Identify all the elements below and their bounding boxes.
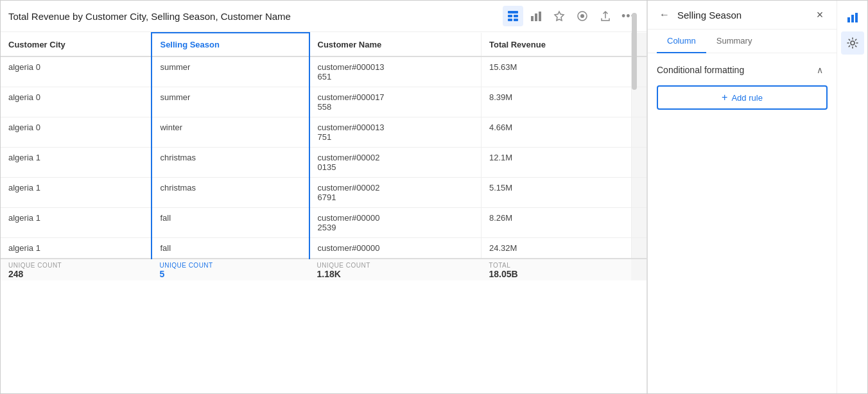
cell-customer_city: algeria 0 — [1, 117, 152, 148]
cell-selling_season: fall — [152, 238, 309, 259]
table-row: algeria 1fallcustomer#00000 25398.26M — [1, 208, 647, 238]
table-header-bar: Total Revenue by Customer City, Selling … — [1, 1, 647, 32]
cell-customer_city: algeria 1 — [1, 178, 152, 208]
cell-total_revenue: 12.1M — [482, 148, 632, 178]
table-icon — [507, 10, 519, 22]
svg-rect-4 — [514, 19, 518, 21]
table-row: algeria 0summercustomer#000013 65115.63M — [1, 56, 647, 87]
svg-rect-7 — [539, 12, 541, 21]
panel-tabs: Column Summary — [648, 30, 837, 53]
table-row: algeria 1christmascustomer#00002 013512.… — [1, 148, 647, 178]
panel-close-button[interactable]: × — [812, 7, 828, 22]
col-header-customer-name[interactable]: Customer Name — [309, 33, 482, 56]
panel-back-button[interactable]: ← — [657, 7, 672, 22]
sidebar-settings-button[interactable] — [841, 31, 864, 55]
table-footer-row: UNIQUE COUNT 248 UNIQUE COUNT 5 UNIQUE C… — [1, 259, 647, 280]
close-icon: × — [817, 8, 824, 22]
cell-selling_season: christmas — [152, 178, 309, 208]
page-title: Total Revenue by Customer City, Selling … — [8, 11, 498, 22]
svg-rect-2 — [514, 15, 518, 17]
table-view-button[interactable] — [503, 6, 523, 26]
bar-chart-icon — [530, 10, 542, 22]
svg-point-9 — [580, 14, 584, 18]
svg-rect-5 — [531, 16, 534, 21]
back-arrow-icon: ← — [659, 9, 670, 21]
sidebar-chart-icon — [846, 11, 859, 24]
cell-customer_name: customer#00002 6791 — [309, 178, 482, 208]
right-panel: ← Selling Season × Column Summary Condit… — [647, 1, 837, 393]
footer-selling-season: UNIQUE COUNT 5 — [152, 259, 309, 280]
cell-customer_city: algeria 0 — [1, 56, 152, 87]
add-rule-button[interactable]: + Add rule — [657, 85, 828, 110]
cell-customer_name: customer#000013 651 — [309, 56, 482, 87]
svg-rect-0 — [508, 11, 518, 13]
table-section: Total Revenue by Customer City, Selling … — [1, 1, 647, 393]
svg-rect-10 — [847, 17, 850, 22]
cell-customer_name: customer#000013 751 — [309, 117, 482, 148]
svg-rect-3 — [508, 19, 512, 21]
cell-selling_season: summer — [152, 87, 309, 117]
table-row: algeria 1fallcustomer#0000024.32M — [1, 238, 647, 259]
cell-total_revenue: 8.26M — [482, 208, 632, 238]
conditional-formatting-section-header: Conditional formatting ∧ — [657, 62, 828, 78]
svg-point-13 — [851, 41, 855, 45]
panel-content: Conditional formatting ∧ + Add rule — [648, 53, 837, 393]
main-table: Customer City Selling Season Customer Na… — [1, 32, 647, 280]
cell-customer_city: algeria 1 — [1, 148, 152, 178]
filter-icon — [577, 10, 588, 22]
section-collapse-button[interactable]: ∧ — [812, 62, 828, 78]
cell-customer_name: customer#00000 — [309, 238, 482, 259]
svg-rect-1 — [508, 15, 512, 17]
col-header-total-revenue[interactable]: Total Revenue — [482, 33, 632, 56]
col-header-selling-season[interactable]: Selling Season — [152, 33, 309, 56]
panel-title: Selling Season — [677, 10, 807, 21]
data-table: Customer City Selling Season Customer Na… — [1, 32, 647, 393]
cell-customer_name: customer#000017 558 — [309, 87, 482, 117]
pin-button[interactable] — [549, 6, 569, 26]
conditional-formatting-title: Conditional formatting — [657, 65, 744, 75]
svg-rect-12 — [855, 13, 858, 22]
cell-selling_season: winter — [152, 117, 309, 148]
gear-icon — [846, 37, 859, 49]
svg-rect-6 — [535, 13, 537, 21]
table-header-row: Customer City Selling Season Customer Na… — [1, 33, 647, 56]
cell-customer_city: algeria 1 — [1, 238, 152, 259]
footer-total-revenue: TOTAL 18.05B — [482, 259, 632, 280]
cell-customer_city: algeria 1 — [1, 208, 152, 238]
tab-summary[interactable]: Summary — [706, 30, 763, 53]
cell-selling_season: summer — [152, 56, 309, 87]
plus-icon: + — [722, 92, 727, 103]
cell-total_revenue: 8.39M — [482, 87, 632, 117]
cell-customer_name: customer#00000 2539 — [309, 208, 482, 238]
col-header-customer-city[interactable]: Customer City — [1, 33, 152, 56]
tab-column[interactable]: Column — [657, 30, 706, 53]
chevron-up-icon: ∧ — [817, 65, 823, 75]
cell-total_revenue: 5.15M — [482, 178, 632, 208]
cell-total_revenue: 15.63M — [482, 56, 632, 87]
footer-customer-city: UNIQUE COUNT 248 — [1, 259, 152, 280]
share-icon — [600, 10, 611, 22]
cell-selling_season: fall — [152, 208, 309, 238]
cell-customer_name: customer#00002 0135 — [309, 148, 482, 178]
table-row: algeria 0wintercustomer#000013 7514.66M — [1, 117, 647, 148]
sidebar-icons — [837, 1, 867, 393]
cell-total_revenue: 4.66M — [482, 117, 632, 148]
table-row: algeria 0summercustomer#000017 5588.39M — [1, 87, 647, 117]
chart-view-button[interactable] — [526, 6, 546, 26]
footer-customer-name: UNIQUE COUNT 1.18K — [309, 259, 482, 280]
panel-header: ← Selling Season × — [648, 1, 837, 30]
toolbar-icons: ••• — [503, 6, 639, 26]
svg-rect-11 — [851, 15, 854, 22]
cell-customer_city: algeria 0 — [1, 87, 152, 117]
cell-total_revenue: 24.32M — [482, 238, 632, 259]
share-button[interactable] — [595, 6, 616, 26]
pin-icon — [553, 10, 565, 22]
cell-selling_season: christmas — [152, 148, 309, 178]
sidebar-chart-button[interactable] — [841, 6, 864, 29]
table-row: algeria 1christmascustomer#00002 67915.1… — [1, 178, 647, 208]
filter-button[interactable] — [572, 6, 593, 26]
